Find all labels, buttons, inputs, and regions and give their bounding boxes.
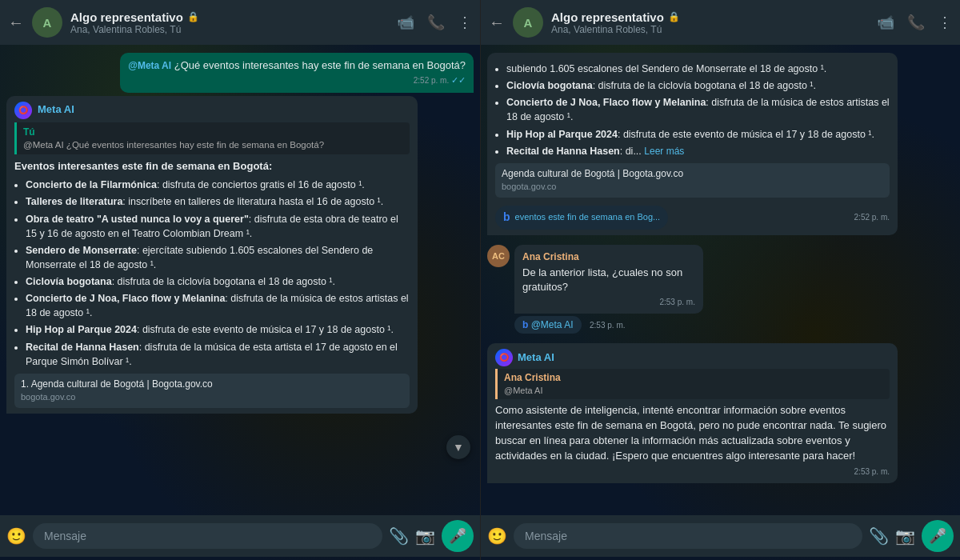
list-item: Ciclovía bogotana: disfruta de la ciclov… (26, 274, 410, 289)
msg-time-1: 2:52 p. m. ✓✓ (128, 74, 466, 86)
bing-text: eventos este fin de semana en Bog... (515, 211, 661, 223)
source-url: bogota.gov.co (21, 391, 403, 404)
bing-icon: b (503, 210, 510, 226)
mic-button-right[interactable]: 🎤 (922, 520, 954, 552)
cristina-reply-block: Ana Cristina @Meta AI (495, 369, 890, 399)
camera-icon-right[interactable]: 📷 (895, 526, 915, 546)
ana-cristina-bubble-wrap: Ana Cristina De la anterior lista, ¿cual… (514, 245, 739, 334)
ana-cristina-text: De la anterior lista, ¿cuales no son gra… (522, 266, 695, 294)
list-item: Recital de Hanna Hasen: di... Leer más (506, 144, 890, 158)
message-input-right[interactable]: Mensaje (514, 523, 862, 549)
mic-button-left[interactable]: 🎤 (442, 520, 474, 552)
source-link[interactable]: 1. Agenda cultural de Bogotá | Bogota.go… (14, 374, 410, 408)
attach-icon-left[interactable]: 📎 (389, 526, 409, 546)
group-name-right: Algo representativo 🔒 (551, 10, 869, 24)
meta-ai-reply: ⭕ Meta AI Ana Cristina @Meta AI Como asi… (487, 343, 898, 483)
mention-tag: @Meta AI (128, 60, 171, 71)
list-item: Hip Hop al Parque 2024: disfruta de este… (26, 322, 410, 337)
reply-ref-text: @Meta AI (504, 385, 883, 397)
attach-icon-right[interactable]: 📎 (869, 526, 889, 546)
mention-tag-block: b @Meta AI 2:53 p. m. (514, 316, 739, 334)
meta-ai-logo: ⭕ (14, 102, 32, 119)
chat-area-left: @Meta AI ¿Qué eventos interesantes hay e… (0, 45, 480, 515)
read-more-link[interactable]: Leer más (644, 146, 684, 157)
menu-icon-left[interactable]: ⋮ (458, 14, 472, 31)
meta-ai-label: Meta AI (38, 102, 74, 117)
input-placeholder-right: Mensaje (525, 530, 567, 542)
video-icon-left[interactable]: 📹 (397, 14, 414, 31)
source-title: 1. Agenda cultural de Bogotá | Bogota.go… (21, 378, 403, 391)
meta-ai-header: ⭕ Meta AI (14, 102, 410, 119)
source-link-right[interactable]: Agenda cultural de Bogotá | Bogota.gov.c… (495, 163, 890, 198)
right-panel: ← A Algo representativo 🔒 Ana, Valentina… (480, 0, 960, 560)
quote-text: @Meta AI ¿Qué eventos interesantes hay e… (23, 138, 403, 151)
list-item: Talleres de literatura: inscríbete en ta… (26, 194, 410, 209)
emoji-icon-right[interactable]: 🙂 (487, 526, 507, 546)
outgoing-message-1: @Meta AI ¿Qué eventos interesantes hay e… (120, 53, 474, 93)
header-actions-left: 📹 📞 ⋮ (397, 14, 472, 31)
quote-author: Tú (23, 126, 403, 139)
chat-scroll-left[interactable]: @Meta AI ¿Qué eventos interesantes hay e… (0, 45, 480, 515)
list-item: Concierto de J Noa, Flaco flow y Melanin… (506, 95, 890, 124)
call-icon-right[interactable]: 📞 (907, 14, 925, 31)
meta-ai-mention[interactable]: b @Meta AI (514, 316, 582, 334)
camera-icon-left[interactable]: 📷 (415, 526, 435, 546)
video-icon-right[interactable]: 📹 (877, 14, 894, 31)
source-url-right: bogota.gov.co (502, 181, 883, 194)
meta-ai-body-continuation: subiendo 1.605 escalones del Sendero de … (495, 62, 890, 198)
ana-cristina-bubble: Ana Cristina De la anterior lista, ¿cual… (514, 245, 703, 314)
source-title-right: Agenda cultural de Bogotá | Bogota.gov.c… (502, 167, 883, 181)
meta-ai-in-label: Meta AI (518, 350, 554, 365)
quote-block: Tú @Meta AI ¿Qué eventos interesantes ha… (14, 122, 410, 155)
msg-time-r1: 2:52 p. m. (854, 212, 890, 223)
ana-cristina-avatar: AC (487, 245, 510, 267)
input-bar-right: 🙂 Mensaje 📎 📷 🎤 (481, 515, 960, 557)
sender-name: Ana Cristina (522, 250, 695, 264)
events-list-continuation: subiendo 1.605 escalones del Sendero de … (506, 62, 890, 158)
message-input-left[interactable]: Mensaje (33, 523, 382, 549)
back-button-right[interactable]: ← (489, 14, 505, 32)
msg-time-r3: 2:53 p. m. (495, 466, 890, 478)
call-icon-left[interactable]: 📞 (427, 14, 445, 31)
list-item: Obra de teatro "A usted nunca lo voy a q… (26, 212, 410, 241)
list-item: Recital de Hanna Hasen: disfruta de la m… (26, 340, 410, 369)
list-item: Sendero de Monserrate: ejercítate subien… (26, 243, 410, 272)
left-panel: ← A Algo representativo 🔒 Ana, Valentina… (0, 0, 480, 560)
list-item: Ciclovía bogotana: disfruta de la ciclov… (506, 78, 890, 93)
bing-suggestion[interactable]: b eventos este fin de semana en Bog... (495, 206, 668, 230)
menu-icon-right[interactable]: ⋮ (938, 14, 952, 31)
input-bar-left: 🙂 Mensaje 📎 📷 🎤 (0, 515, 480, 557)
tick-icon: ✓✓ (451, 75, 466, 85)
back-button-left[interactable]: ← (8, 14, 24, 32)
meta-ai-mention-text: @Meta AI (531, 319, 574, 330)
chat-area-right: subiendo 1.605 escalones del Sendero de … (481, 45, 960, 515)
msg-time-r2: 2:53 p. m. (522, 297, 695, 308)
cristina-name: Ana Cristina (504, 371, 883, 385)
chat-scroll-right[interactable]: subiendo 1.605 escalones del Sendero de … (481, 45, 960, 515)
group-avatar-right: A (513, 7, 543, 38)
header-actions-right: 📹 📞 ⋮ (877, 14, 952, 31)
list-item: Hip Hop al Parque 2024: disfruta de este… (506, 127, 890, 142)
scroll-down-button[interactable]: ▼ (446, 435, 470, 459)
group-subtitle-right: Ana, Valentina Robles, Tú (551, 24, 869, 35)
chat-header-left: ← A Algo representativo 🔒 Ana, Valentina… (0, 0, 480, 45)
header-info-left: Algo representativo 🔒 Ana, Valentina Rob… (70, 10, 389, 35)
chat-header-right: ← A Algo representativo 🔒 Ana, Valentina… (481, 0, 960, 45)
emoji-icon-left[interactable]: 🙂 (6, 526, 26, 546)
meta-ai-reply-body: Como asistente de inteligencia, intenté … (495, 403, 890, 463)
input-placeholder-left: Mensaje (44, 530, 86, 542)
meta-ai-continuation: subiendo 1.605 escalones del Sendero de … (487, 53, 898, 235)
list-item: subiendo 1.605 escalones del Sendero de … (506, 62, 890, 76)
list-item: Concierto de la Filarmónica: disfruta de… (26, 178, 410, 192)
events-heading: Eventos interesantes este fin de semana … (14, 160, 272, 172)
verified-icon-right: 🔒 (668, 11, 680, 22)
outgoing-text-1: ¿Qué eventos interesantes hay este fin d… (174, 59, 466, 71)
verified-icon-left: 🔒 (187, 11, 199, 22)
meta-ai-body: Eventos interesantes este fin de semana … (14, 159, 410, 408)
bing-icon-small: b (522, 319, 528, 330)
group-avatar-left: A (32, 7, 62, 38)
meta-ai-in-header: ⭕ Meta AI (495, 349, 890, 366)
group-name-left: Algo representativo 🔒 (70, 10, 389, 24)
msg-footer-row: b eventos este fin de semana en Bog... 2… (495, 202, 890, 230)
list-item: Concierto de J Noa, Flaco flow y Melanin… (26, 291, 410, 320)
